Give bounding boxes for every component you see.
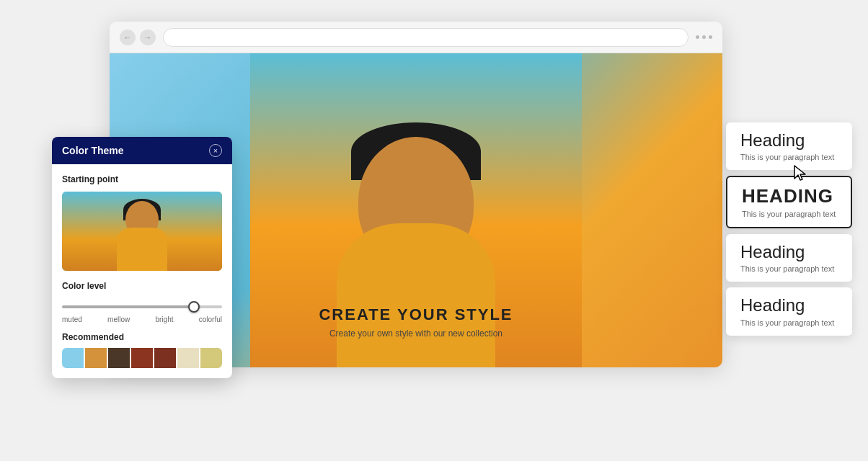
swatch-6[interactable] (177, 348, 199, 368)
forward-button[interactable]: → (140, 30, 156, 45)
scene: ← → CREATE YO (37, 22, 831, 439)
address-bar[interactable] (163, 28, 688, 47)
slider-label-bright: bright (155, 315, 173, 323)
color-level-label: Color level (62, 281, 222, 291)
color-swatches (62, 348, 222, 368)
swatch-2[interactable] (85, 348, 107, 368)
heading-card-2-title: HEADING (742, 186, 836, 207)
back-button[interactable]: ← (120, 30, 136, 45)
starting-point-label: Starting point (62, 174, 222, 184)
heading-card-4[interactable]: Heading This is your paragraph text (726, 287, 852, 335)
heading-card-3[interactable]: Heading This is your paragraph text (726, 234, 852, 282)
heading-card-2-para: This is your paragraph text (742, 210, 836, 218)
panel-title: Color Theme (62, 145, 124, 156)
color-level-slider[interactable] (62, 305, 222, 308)
heading-card-4-title: Heading (740, 296, 838, 315)
browser-toolbar: ← → (110, 22, 722, 53)
person-body (337, 223, 495, 367)
slider-label-mellow: mellow (107, 315, 130, 323)
color-theme-panel: Color Theme × Starting point Color level (52, 137, 232, 378)
swatch-3[interactable] (108, 348, 130, 368)
menu-dot (709, 35, 712, 39)
panel-image-preview (62, 192, 222, 271)
slider-label-colorful: colorful (199, 315, 222, 323)
hero-title: CREATE YOUR STYLE (319, 305, 513, 324)
slider-label-muted: muted (62, 315, 82, 323)
mini-body (117, 228, 167, 271)
heading-card-1[interactable]: Heading This is your paragraph text (726, 122, 852, 170)
swatch-5[interactable] (154, 348, 176, 368)
mini-person (62, 192, 222, 271)
cursor-icon (793, 164, 809, 186)
hero-subtitle: Create your own style with our new colle… (319, 328, 513, 339)
recommended-label: Recommended (62, 332, 222, 342)
color-level-slider-container (62, 298, 222, 311)
menu-dot (696, 35, 699, 39)
hero-text: CREATE YOUR STYLE Create your own style … (319, 305, 513, 339)
swatch-1[interactable] (62, 348, 84, 368)
panel-body: Starting point Color level muted (52, 164, 232, 378)
browser-menu (696, 35, 712, 39)
heading-cards: Heading This is your paragraph text HEAD… (726, 122, 852, 336)
slider-labels: muted mellow bright colorful (62, 315, 222, 323)
heading-card-4-para: This is your paragraph text (740, 318, 838, 327)
heading-card-3-para: This is your paragraph text (740, 264, 838, 273)
browser-nav: ← → (120, 30, 156, 45)
swatch-7[interactable] (200, 348, 222, 368)
heading-card-3-title: Heading (740, 243, 838, 261)
heading-card-1-para: This is your paragraph text (740, 153, 838, 161)
panel-close-button[interactable]: × (209, 144, 222, 157)
menu-dot (702, 35, 706, 39)
heading-card-1-title: Heading (740, 131, 838, 150)
heading-card-2[interactable]: HEADING This is your paragraph text (726, 176, 852, 228)
swatch-4[interactable] (131, 348, 153, 368)
panel-header: Color Theme × (52, 137, 232, 164)
